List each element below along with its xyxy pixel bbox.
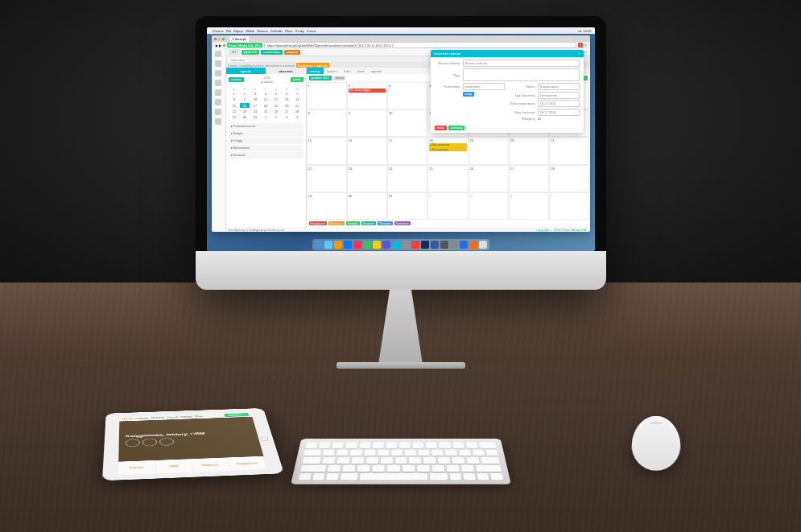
menu-window[interactable]: Okno	[285, 29, 293, 33]
forward-icon[interactable]: ▶	[219, 43, 221, 47]
view-tab-week[interactable]: tydzień	[324, 68, 341, 74]
ipad-nav-item[interactable]: Cennik	[167, 416, 179, 419]
task-name-input[interactable]: Nazwa zadania	[463, 60, 580, 67]
category-item[interactable]: ▸ Podsumowanie	[229, 123, 303, 130]
mini-cal-day[interactable]: 4	[292, 114, 303, 120]
ipad-nav-item[interactable]: Blog	[195, 415, 203, 418]
ipad-home-button[interactable]	[260, 436, 269, 441]
menu-view[interactable]: Widok	[246, 29, 254, 33]
dock-app-icon[interactable]	[334, 241, 342, 249]
dock-app-icon[interactable]	[479, 241, 487, 249]
view-tab-month[interactable]: miesiąc	[307, 68, 324, 74]
mini-cal-day[interactable]: 2	[240, 92, 250, 97]
month-day-cell[interactable]: 20	[509, 137, 549, 164]
mini-cal-day[interactable]: 17	[250, 103, 261, 109]
month-day-cell[interactable]: 23	[347, 165, 387, 192]
ipad-nav-item[interactable]: Mobilne	[151, 416, 164, 419]
month-day-cell[interactable]: 1	[307, 82, 347, 109]
mini-cal-day[interactable]: 14	[292, 97, 303, 103]
month-day-cell[interactable]: 24	[387, 165, 427, 192]
category-item[interactable]: ▸ Wolontariat	[229, 145, 303, 151]
ipad-tile[interactable]: Księgowość	[228, 456, 267, 471]
add-contractor-button[interactable]: dodaj	[463, 92, 475, 97]
browser-tab[interactable]: 1 firma.pl	[229, 36, 249, 42]
ipad-nav-item[interactable]: Pomoc	[180, 415, 192, 418]
dock-app-icon[interactable]	[421, 241, 429, 249]
dock-app-icon[interactable]	[324, 241, 332, 249]
month-day-cell[interactable]: 30	[347, 192, 387, 220]
mini-cal-day[interactable]: 26	[271, 109, 282, 114]
month-day-cell[interactable]: 4	[549, 192, 589, 220]
month-day-cell[interactable]: 18● Data zamówienia● Data wykonania	[427, 137, 468, 164]
menu-help[interactable]: Pomoc	[307, 29, 316, 33]
start-date-input[interactable]: 18.12.2014	[538, 100, 580, 107]
month-day-cell[interactable]: 8	[307, 109, 347, 137]
menu-people[interactable]: Osoby	[295, 29, 304, 33]
prev-month-button[interactable]: wcześniej	[229, 77, 244, 82]
mini-cal-day[interactable]: 15	[229, 103, 240, 109]
month-day-cell[interactable]: 2Test - temat, wstępne	[347, 82, 387, 109]
mini-cal-day[interactable]: 4	[261, 92, 271, 97]
save-button[interactable]: zachowaj	[448, 126, 465, 130]
mini-cal-day[interactable]: 6	[282, 92, 292, 97]
ipad-brand[interactable]: ifirma	[122, 418, 133, 420]
topbar-btn-jpk[interactable]: Wyślij JPK	[242, 50, 260, 55]
dock-app-icon[interactable]	[373, 241, 381, 249]
month-day-cell[interactable]: 2	[469, 192, 509, 220]
view-tab-day[interactable]: dzień	[353, 68, 368, 74]
osx-dock[interactable]	[312, 239, 489, 250]
mini-cal-day[interactable]: 22	[229, 109, 240, 114]
footer-config[interactable]: Konfiguracja | Konfiguracja	[229, 228, 267, 231]
mini-cal-day[interactable]: 20	[282, 103, 292, 109]
mini-cal-day[interactable]: 25	[261, 109, 271, 114]
reload-icon[interactable]: ⟳	[223, 43, 225, 47]
month-day-cell[interactable]: 3	[387, 82, 427, 109]
month-day-cell[interactable]: 17	[387, 137, 427, 164]
type-select[interactable]: Zamówienie	[538, 92, 580, 99]
month-day-cell[interactable]: 29	[307, 192, 347, 220]
mini-cal-day[interactable]: 18	[261, 103, 271, 109]
mini-cal-day[interactable]: 29	[229, 114, 240, 120]
dock-app-icon[interactable]	[469, 241, 477, 249]
mini-cal-day[interactable]: 3	[282, 114, 292, 120]
dock-app-icon[interactable]	[344, 241, 352, 249]
close-icon[interactable]: ×	[578, 52, 580, 56]
mini-cal-day[interactable]: 21	[292, 103, 303, 109]
mini-cal-day[interactable]: 2	[271, 114, 282, 120]
cancel-button[interactable]: anuluj	[435, 126, 447, 130]
category-item[interactable]: ▸ Święta	[229, 130, 303, 137]
mini-cal-day[interactable]: 19	[271, 103, 282, 109]
menu-file[interactable]: Plik	[226, 29, 231, 33]
mini-cal-day[interactable]: 30	[240, 114, 250, 120]
nav-icon[interactable]	[215, 80, 221, 86]
menu-bookmarks[interactable]: Zakładki	[270, 29, 283, 33]
month-day-cell[interactable]: 21	[549, 137, 589, 164]
mini-cal-day[interactable]: 11	[261, 97, 271, 103]
menubar-app[interactable]: Chrome	[213, 29, 224, 33]
month-day-cell[interactable]: 31	[387, 192, 427, 220]
month-prev-button[interactable]: grudzień 2014	[309, 76, 332, 80]
desc-textarea[interactable]	[463, 68, 580, 81]
dock-app-icon[interactable]	[431, 241, 439, 249]
mini-cal-day[interactable]: 3	[250, 92, 261, 97]
ipad-tile[interactable]: CRM	[155, 459, 193, 473]
nav-icon[interactable]	[215, 51, 221, 57]
mini-cal-day[interactable]: 16	[240, 103, 250, 109]
menu-icon[interactable]: ≡	[584, 43, 586, 47]
nav-icon[interactable]	[215, 99, 221, 105]
back-icon[interactable]: ◀	[215, 43, 217, 47]
end-date-input[interactable]: 18.12.2014	[538, 109, 580, 116]
mini-cal-day[interactable]: 13	[282, 97, 292, 103]
month-day-cell[interactable]: 25	[427, 165, 468, 192]
month-day-cell[interactable]: 26	[469, 165, 509, 192]
mini-cal-day[interactable]: 24	[250, 109, 261, 114]
ssl-badge[interactable]: Power Media S.A. [PL]	[227, 43, 262, 47]
app-logo[interactable]: iFi	[229, 49, 240, 55]
allday-checkbox[interactable]: ☐	[538, 117, 541, 121]
mini-cal-day[interactable]: 5	[271, 92, 282, 97]
dock-app-icon[interactable]	[440, 241, 448, 249]
month-day-cell[interactable]: 19	[469, 137, 509, 164]
mini-cal-day[interactable]: 23	[240, 109, 250, 114]
month-day-cell[interactable]: 15	[307, 137, 347, 164]
month-day-cell[interactable]: 16	[347, 137, 387, 164]
